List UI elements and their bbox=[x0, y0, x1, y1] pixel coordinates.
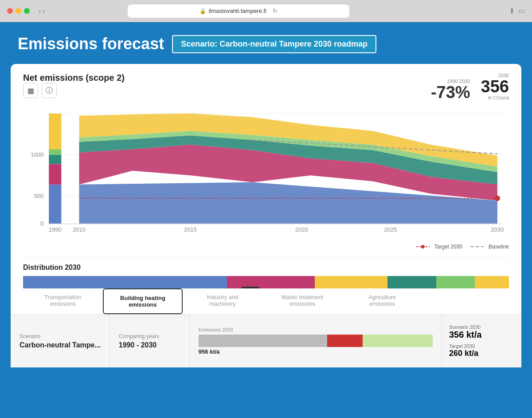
distribution-bar bbox=[23, 276, 509, 288]
svg-text:0: 0 bbox=[40, 220, 43, 227]
svg-rect-9 bbox=[49, 155, 61, 164]
scenario-stats: Scenario 2030 356 kt/a Target 2030 260 k… bbox=[442, 315, 521, 367]
stats-area: 1990-2030 -73% 2030 356 kt CO₂e/a bbox=[431, 73, 509, 101]
lock-icon: 🔒 bbox=[200, 8, 206, 14]
share-icon[interactable]: ⬆ bbox=[509, 7, 515, 15]
target-2030-block: Target 2030 260 kt/a bbox=[449, 343, 514, 358]
info-icon: ⓘ bbox=[46, 86, 53, 95]
svg-rect-7 bbox=[49, 185, 61, 224]
bar-container bbox=[199, 334, 433, 347]
tab-waste[interactable]: Waste treatmentemissions bbox=[262, 288, 342, 314]
distribution-title: Distribution 2030 bbox=[23, 264, 509, 272]
scenario-badge: Scenario: Carbon-neutral Tampere 2030 ro… bbox=[172, 35, 376, 53]
scenario-label: Scenario bbox=[20, 333, 101, 339]
svg-text:2020: 2020 bbox=[295, 226, 308, 233]
segment-other bbox=[475, 276, 509, 288]
comparison-bar-section: Emissions 2018 956 kt/a bbox=[190, 315, 442, 367]
svg-text:2015: 2015 bbox=[184, 226, 197, 233]
main-card: Net emissions (scope 2) ▩ ⓘ 1990-2030 -7… bbox=[11, 64, 521, 367]
bar-target bbox=[363, 335, 433, 347]
comparing-value: 1990 - 2030 bbox=[119, 341, 180, 349]
tab-building-heating[interactable]: Building heatingemissions bbox=[103, 288, 183, 314]
svg-text:2025: 2025 bbox=[384, 226, 397, 233]
segment-industry bbox=[315, 276, 387, 288]
distribution-section: Distribution 2030 bbox=[23, 258, 509, 288]
browser-chrome: ‹ › 🔒 ilmastovahti.tampere.fi ↻ ⬆ ▭ bbox=[0, 0, 532, 22]
category-tabs: Transportationemissions Building heating… bbox=[23, 288, 509, 314]
dist-bar-wrapper bbox=[23, 276, 509, 288]
target-2030-value: 260 kt/a bbox=[449, 349, 514, 358]
info-button[interactable]: ⓘ bbox=[42, 83, 57, 98]
svg-rect-8 bbox=[49, 164, 61, 185]
bar-2018 bbox=[199, 335, 327, 347]
minimize-button[interactable] bbox=[16, 8, 21, 14]
scenario-2030-block: Scenario 2030 356 kt/a bbox=[449, 324, 514, 340]
comparing-label: Comparing years bbox=[119, 333, 180, 339]
svg-text:1990: 1990 bbox=[49, 226, 62, 233]
emissions-bar-desc: Emissions 2018 bbox=[199, 327, 433, 332]
svg-rect-11 bbox=[49, 114, 61, 150]
comparing-section: Comparing years 1990 - 2030 bbox=[110, 315, 190, 367]
numeric-value: 356 bbox=[481, 78, 509, 95]
tab-industry[interactable]: Industry andmachinery bbox=[183, 288, 262, 314]
svg-point-23 bbox=[421, 245, 425, 248]
back-button[interactable]: ‹ bbox=[39, 7, 41, 15]
close-button[interactable] bbox=[7, 8, 13, 14]
toolbar: ▩ ⓘ bbox=[23, 83, 125, 98]
card-header: Net emissions (scope 2) ▩ ⓘ 1990-2030 -7… bbox=[23, 73, 509, 101]
segment-building bbox=[227, 276, 314, 288]
svg-text:2010: 2010 bbox=[73, 226, 86, 233]
url-text: ilmastovahti.tampere.fi bbox=[209, 8, 266, 14]
bar-reduction bbox=[327, 335, 362, 347]
segment-waste bbox=[387, 276, 436, 288]
address-bar[interactable]: 🔒 ilmastovahti.tampere.fi ↻ bbox=[128, 4, 349, 18]
baseline-legend-label: Baseline bbox=[489, 244, 509, 250]
nav-buttons: ‹ › bbox=[39, 7, 45, 15]
numeric-stat: 2030 356 kt CO₂e/a bbox=[481, 73, 509, 101]
reload-icon[interactable]: ↻ bbox=[273, 8, 278, 14]
traffic-lights bbox=[7, 8, 30, 14]
tab-agriculture[interactable]: Agricultureemissions bbox=[342, 288, 422, 314]
emissions-2018-label: Emissions 2018 bbox=[199, 327, 233, 332]
emissions-chart: 1000 500 0 bbox=[21, 104, 511, 242]
segment-agriculture bbox=[436, 276, 475, 288]
svg-rect-10 bbox=[49, 149, 61, 154]
percent-value: -73% bbox=[431, 84, 470, 101]
sidebar-icon[interactable]: ▭ bbox=[518, 7, 525, 15]
scenario-2030-label: Scenario 2030 bbox=[449, 324, 514, 330]
target-legend-label: Target 2030 bbox=[434, 244, 462, 250]
emissions-2018-value: 956 kt/a bbox=[199, 348, 433, 355]
tab-transportation[interactable]: Transportationemissions bbox=[23, 288, 103, 314]
page-title: Emissions forecast bbox=[18, 35, 164, 53]
page-header: Emissions forecast Scenario: Carbon-neut… bbox=[0, 22, 532, 64]
segment-transportation bbox=[23, 276, 227, 288]
svg-text:500: 500 bbox=[34, 193, 43, 199]
bottom-panel: Scenario Carbon-neutral Tampe... Compari… bbox=[11, 314, 521, 367]
svg-text:2030: 2030 bbox=[491, 226, 504, 233]
baseline-legend: Baseline bbox=[470, 244, 509, 250]
stats-row: 1990-2030 -73% 2030 356 kt CO₂e/a bbox=[431, 73, 509, 101]
chart-view-button[interactable]: ▩ bbox=[23, 83, 38, 98]
chart-area: 1000 500 0 bbox=[21, 104, 511, 242]
target-2030-label: Target 2030 bbox=[449, 343, 514, 349]
card-left: Net emissions (scope 2) ▩ ⓘ bbox=[23, 73, 125, 100]
page-container: Emissions forecast Scenario: Carbon-neut… bbox=[0, 22, 532, 418]
bar-chart-icon: ▩ bbox=[27, 87, 34, 95]
browser-actions: ⬆ ▭ bbox=[509, 7, 525, 15]
svg-point-14 bbox=[495, 196, 500, 201]
card-title: Net emissions (scope 2) bbox=[23, 73, 125, 83]
scenario-section: Scenario Carbon-neutral Tampe... bbox=[11, 315, 110, 367]
scenario-value: Carbon-neutral Tampe... bbox=[20, 341, 101, 349]
svg-text:1000: 1000 bbox=[31, 151, 43, 158]
percent-stat: 1990-2030 -73% bbox=[431, 79, 470, 101]
scenario-2030-value: 356 kt/a bbox=[449, 330, 514, 340]
forward-button[interactable]: › bbox=[43, 7, 45, 15]
maximize-button[interactable] bbox=[24, 8, 30, 14]
chart-legend: Target 2030 Baseline bbox=[23, 244, 509, 250]
target-legend: Target 2030 bbox=[416, 244, 462, 250]
